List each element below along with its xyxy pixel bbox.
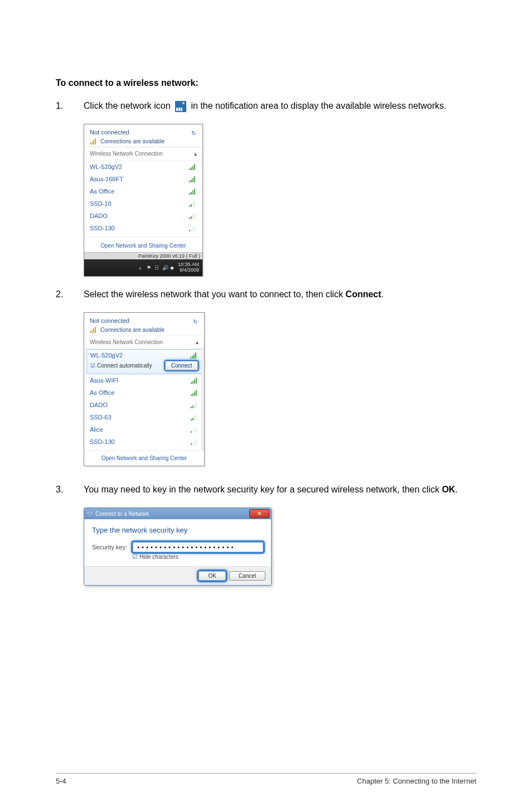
network-item[interactable]: DADO [84, 399, 204, 411]
wireless-section-header: Wireless Network Connection [90, 339, 163, 345]
signal-strength-icon [191, 377, 199, 384]
tray-icon[interactable]: ▵ [139, 265, 144, 270]
tray-speaker-icon[interactable]: 🔊 [162, 265, 168, 270]
signal-strength-icon [189, 225, 197, 231]
network-item[interactable]: As Office [84, 386, 204, 399]
step-2-number: 2. [56, 288, 84, 301]
signal-bars-icon [90, 138, 98, 144]
network-name: As Office [90, 188, 114, 195]
signal-strength-icon [191, 438, 199, 445]
security-key-dialog: 🛡 Connect to a Network ✕ Type the networ… [84, 508, 272, 586]
step-1-text-after: in the notification area to display the … [191, 101, 447, 110]
page-footer: 5-4 Chapter 5: Connecting to the Interne… [56, 773, 476, 785]
signal-bars-icon [90, 326, 98, 333]
open-network-center-link[interactable]: Open Network and Sharing Center [84, 236, 202, 252]
network-item[interactable]: Alice [84, 423, 204, 436]
open-network-center-link[interactable]: Open Network and Sharing Center [84, 450, 204, 466]
dialog-prompt: Type the network security key [92, 526, 263, 534]
step-1-number: 1. [56, 99, 84, 113]
network-item[interactable]: Asus-WIFI [84, 374, 204, 386]
connect-button[interactable]: Connect [165, 361, 198, 370]
signal-strength-icon [189, 188, 197, 195]
step-3: 3. You may need to key in the network se… [56, 483, 476, 496]
shield-icon: 🛡 [88, 511, 93, 517]
section-heading: To connect to a wireless network: [56, 78, 476, 88]
network-name: SSD-130 [90, 225, 115, 231]
signal-strength-icon [191, 426, 199, 433]
cancel-button[interactable]: Cancel [229, 571, 265, 581]
signal-strength-icon [189, 163, 197, 170]
network-tray-icon [175, 101, 186, 112]
taskbar-clock[interactable]: 10:35 AM 9/4/2009 [178, 262, 199, 273]
signal-strength-icon [189, 212, 197, 219]
network-name: Alice [90, 426, 103, 433]
connect-automatically-checkbox[interactable]: Connect automatically [90, 363, 152, 369]
network-item[interactable]: DADO [84, 210, 202, 222]
dialog-titlebar: 🛡 Connect to a Network ✕ [84, 508, 271, 519]
signal-strength-icon [190, 352, 198, 359]
network-flyout-connect: Not connected Connections are available … [84, 312, 205, 466]
step-2-text-after: . [381, 289, 384, 299]
clock-date: 9/4/2009 [178, 268, 199, 273]
network-item[interactable]: As Office [84, 185, 202, 197]
signal-strength-icon [189, 176, 197, 182]
refresh-icon[interactable] [191, 129, 197, 135]
signal-strength-icon [189, 200, 197, 207]
network-item[interactable]: WL-520gV2 [84, 161, 202, 173]
connections-available-label: Connections are available [100, 138, 165, 144]
not-connected-label: Not connected [90, 317, 129, 324]
network-name: As Office [90, 389, 114, 396]
network-name: WL-520gV2 [90, 163, 122, 170]
step-2-bold: Connect [346, 289, 381, 299]
network-name: DADO [90, 402, 108, 408]
signal-strength-icon [191, 414, 199, 421]
tray-flag-icon[interactable]: ⚑ [147, 265, 152, 270]
network-name: SSD-10 [90, 200, 112, 207]
signal-strength-icon [191, 402, 199, 408]
network-item[interactable]: SSD-63 [84, 411, 204, 423]
chapter-title: Chapter 5: Connecting to the Internet [357, 777, 476, 785]
collapse-icon[interactable]: ▴ [196, 339, 199, 345]
hide-characters-checkbox[interactable]: Hide characters [132, 553, 263, 561]
scrollbar[interactable] [201, 347, 204, 450]
not-connected-label: Not connected [90, 129, 129, 136]
network-flyout: Not connected Connections are available … [84, 124, 203, 277]
step-1: 1. Click the network icon in the notific… [56, 99, 476, 113]
step-2-text-before: Select the wireless network that you wan… [84, 289, 346, 299]
step-1-text-before: Click the network icon [84, 101, 173, 110]
refresh-icon[interactable] [193, 318, 199, 323]
status-bar: PaintKey 2000 v8.19 ( Full ) [84, 252, 202, 259]
signal-strength-icon [191, 389, 199, 396]
security-key-input[interactable] [133, 542, 263, 552]
taskbar: ▵ ⚑ ☷ 🔊 ◆ 10:35 AM 9/4/2009 [84, 259, 202, 276]
collapse-icon[interactable]: ▴ [194, 151, 197, 157]
step-3-text: You may need to key in the network secur… [84, 483, 476, 496]
network-item[interactable]: SSD-10 [84, 197, 202, 210]
network-name: DADO [90, 212, 108, 219]
network-name: SSD-63 [90, 414, 112, 421]
selected-network-name: WL-520gV2 [90, 352, 123, 359]
step-3-bold: OK [442, 485, 455, 494]
network-name: Asus-WIFI [90, 377, 118, 384]
step-3-text-before: You may need to key in the network secur… [84, 485, 442, 494]
network-name: SSD-130 [90, 438, 115, 445]
step-3-text-after: . [455, 485, 457, 494]
step-2-text: Select the wireless network that you wan… [84, 288, 476, 301]
wireless-section-header: Wireless Network Connection [90, 151, 163, 157]
connections-available-label: Connections are available [100, 327, 165, 333]
network-item[interactable]: SSD-130 [84, 222, 202, 234]
tray-network-icon[interactable]: ☷ [154, 265, 160, 270]
network-item[interactable]: SSD-130 [84, 436, 204, 448]
ok-button[interactable]: OK [199, 571, 225, 581]
selected-network[interactable]: WL-520gV2 Connect automatically Connect [86, 349, 202, 374]
dialog-title: Connect to a Network [95, 511, 149, 517]
step-1-text: Click the network icon in the notificati… [84, 99, 476, 113]
tray-shield-icon[interactable]: ◆ [170, 265, 176, 270]
network-name: Asus-168FT [90, 176, 123, 182]
step-2: 2. Select the wireless network that you … [56, 288, 476, 301]
page-number: 5-4 [56, 777, 66, 785]
step-3-number: 3. [56, 483, 84, 496]
security-key-label: Security key: [92, 544, 127, 550]
close-button[interactable]: ✕ [249, 509, 269, 518]
network-item[interactable]: Asus-168FT [84, 173, 202, 185]
